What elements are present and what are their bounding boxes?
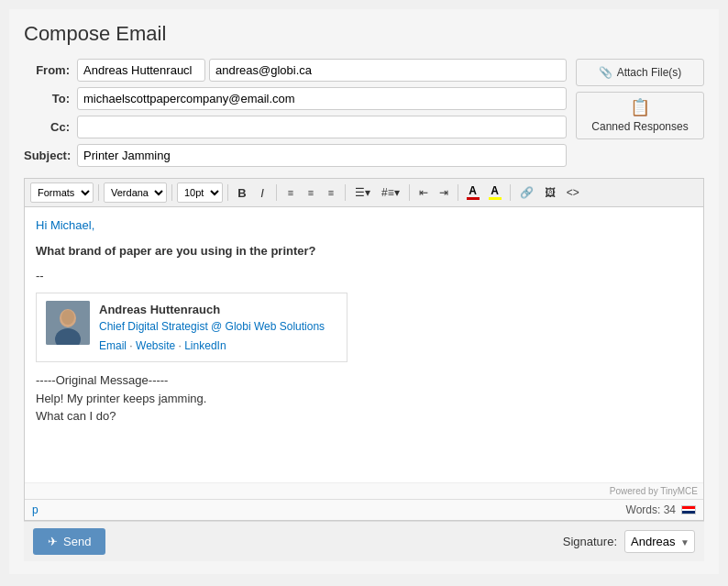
align-center-button[interactable]: ≡ bbox=[302, 184, 320, 201]
send-icon: ✈ bbox=[48, 535, 58, 548]
toolbar-sep-7 bbox=[458, 184, 458, 201]
toolbar-sep-3 bbox=[227, 184, 228, 201]
editor-toolbar: Formats Verdana 10pt B I ≡ bbox=[25, 179, 703, 207]
to-input[interactable] bbox=[77, 87, 567, 110]
cc-input[interactable] bbox=[77, 116, 567, 138]
footer-bar: ✈ Send Signature: AndreasNone ▼ bbox=[24, 521, 704, 561]
form-area: From: andreas@globi.ca To: Cc: bbox=[24, 59, 704, 172]
toolbar-sep-5 bbox=[345, 184, 346, 201]
statusbar-right: Words: 34 bbox=[626, 503, 696, 516]
source-button[interactable]: <> bbox=[562, 183, 584, 202]
highlight-color-button[interactable]: A bbox=[485, 183, 505, 202]
send-button[interactable]: ✈ Send bbox=[33, 528, 105, 555]
flag-icon bbox=[681, 505, 696, 514]
editor-statusbar: p Words: 34 bbox=[25, 499, 703, 520]
numbered-list-icon: #≡▾ bbox=[381, 186, 400, 199]
editor-content[interactable]: Hi Michael, What brand of paper are you … bbox=[25, 207, 703, 482]
link-button[interactable]: 🔗 bbox=[515, 183, 538, 202]
original-line1: Help! My printer keeps jamming. bbox=[36, 390, 692, 408]
editor-wrapper: Formats Verdana 10pt B I ≡ bbox=[24, 178, 704, 521]
link-icon: 🔗 bbox=[520, 186, 534, 199]
numbered-list-button[interactable]: #≡▾ bbox=[377, 183, 404, 202]
highlight-bar bbox=[489, 197, 502, 200]
original-line2: What can I do? bbox=[36, 407, 692, 426]
font-color-button[interactable]: A bbox=[463, 183, 483, 202]
toolbar-sep-6 bbox=[409, 184, 410, 201]
formats-select[interactable]: Formats bbox=[30, 182, 94, 203]
word-count: Words: 34 bbox=[626, 503, 676, 516]
source-icon: <> bbox=[567, 186, 579, 199]
canned-responses-button[interactable]: 📋 Canned Responses bbox=[576, 92, 704, 139]
highlight-letter: A bbox=[491, 185, 499, 196]
avatar-svg bbox=[46, 301, 90, 345]
powered-by: Powered by TinyMCE bbox=[25, 482, 703, 499]
sig-select-wrap: AndreasNone ▼ bbox=[624, 530, 695, 553]
subject-input[interactable] bbox=[77, 144, 567, 167]
paperclip-icon: 📎 bbox=[599, 66, 612, 79]
outdent-icon: ⇤ bbox=[419, 186, 428, 199]
toolbar-sep-4 bbox=[276, 184, 277, 201]
signature-selector: Signature: AndreasNone ▼ bbox=[563, 530, 695, 553]
from-row: From: andreas@globi.ca bbox=[24, 59, 567, 82]
sig-name: Andreas Huttenrauch bbox=[99, 301, 337, 319]
toolbar-sep-2 bbox=[171, 184, 172, 201]
canned-icon: 📋 bbox=[630, 97, 650, 117]
align-left-button[interactable]: ≡ bbox=[281, 184, 300, 201]
size-select[interactable]: 10pt bbox=[177, 182, 223, 203]
font-color-letter: A bbox=[469, 185, 477, 196]
italic-button[interactable]: I bbox=[253, 183, 271, 203]
sig-links: Email · Website · LinkedIn bbox=[99, 337, 337, 354]
from-email-wrap: andreas@globi.ca bbox=[209, 59, 567, 82]
from-email-select[interactable]: andreas@globi.ca bbox=[209, 59, 567, 82]
from-fields: andreas@globi.ca bbox=[77, 59, 567, 82]
align-right-icon: ≡ bbox=[328, 187, 334, 198]
compose-container: Compose Email From: andreas@globi.ca To: bbox=[9, 9, 719, 574]
subject-row: Subject: bbox=[24, 144, 567, 167]
bold-button[interactable]: B bbox=[233, 183, 251, 203]
toolbar-size-group: 10pt bbox=[177, 182, 223, 203]
image-button[interactable]: 🖼 bbox=[540, 183, 560, 202]
svg-point-3 bbox=[61, 310, 74, 325]
from-label: From: bbox=[24, 63, 77, 77]
dash-line: -- bbox=[36, 267, 692, 285]
sig-linkedin-link[interactable]: LinkedIn bbox=[184, 339, 226, 352]
sig-website-link[interactable]: Website bbox=[136, 339, 175, 352]
font-color-bar bbox=[467, 197, 480, 200]
align-center-icon: ≡ bbox=[308, 187, 314, 198]
element-path: p bbox=[32, 503, 39, 516]
align-right-button[interactable]: ≡ bbox=[322, 184, 340, 201]
sig-info: Andreas Huttenrauch Chief Digital Strate… bbox=[99, 301, 337, 355]
toolbar-sep-1 bbox=[98, 184, 99, 201]
to-row: To: bbox=[24, 87, 567, 110]
actions-panel: 📎 Attach File(s) 📋 Canned Responses bbox=[576, 59, 704, 172]
from-name-input[interactable] bbox=[77, 59, 205, 82]
original-message: -----Original Message----- Help! My prin… bbox=[36, 371, 692, 426]
attach-label: Attach File(s) bbox=[617, 66, 682, 79]
avatar bbox=[46, 301, 90, 345]
to-label: To: bbox=[24, 92, 77, 105]
signature-label: Signature: bbox=[563, 535, 617, 548]
align-left-icon: ≡ bbox=[288, 187, 293, 198]
attach-button[interactable]: 📎 Attach File(s) bbox=[576, 59, 704, 86]
sig-title: Chief Digital Strategist @ Globi Web Sol… bbox=[99, 318, 337, 335]
image-icon: 🖼 bbox=[545, 186, 556, 199]
outdent-button[interactable]: ⇤ bbox=[414, 183, 433, 202]
question-text: What brand of paper are you using in the… bbox=[36, 242, 692, 260]
font-select[interactable]: Verdana bbox=[104, 182, 167, 203]
signature-block: Andreas Huttenrauch Chief Digital Strate… bbox=[36, 293, 347, 363]
indent-button[interactable]: ⇥ bbox=[435, 183, 453, 202]
toolbar-sep-8 bbox=[510, 184, 511, 201]
toolbar-font-group: Verdana bbox=[104, 182, 167, 203]
send-label: Send bbox=[63, 535, 91, 548]
indent-icon: ⇥ bbox=[439, 186, 448, 199]
bullet-list-button[interactable]: ☰▾ bbox=[350, 183, 375, 202]
toolbar-formats-group: Formats bbox=[30, 182, 94, 203]
subject-label: Subject: bbox=[24, 149, 77, 162]
greeting-text: Hi Michael, bbox=[36, 216, 692, 235]
cc-label: Cc: bbox=[24, 120, 77, 134]
sig-email-link[interactable]: Email bbox=[99, 339, 127, 352]
original-header: -----Original Message----- bbox=[36, 371, 692, 390]
form-fields: From: andreas@globi.ca To: Cc: bbox=[24, 59, 567, 172]
page-title: Compose Email bbox=[24, 22, 704, 46]
signature-select[interactable]: AndreasNone bbox=[624, 530, 695, 553]
